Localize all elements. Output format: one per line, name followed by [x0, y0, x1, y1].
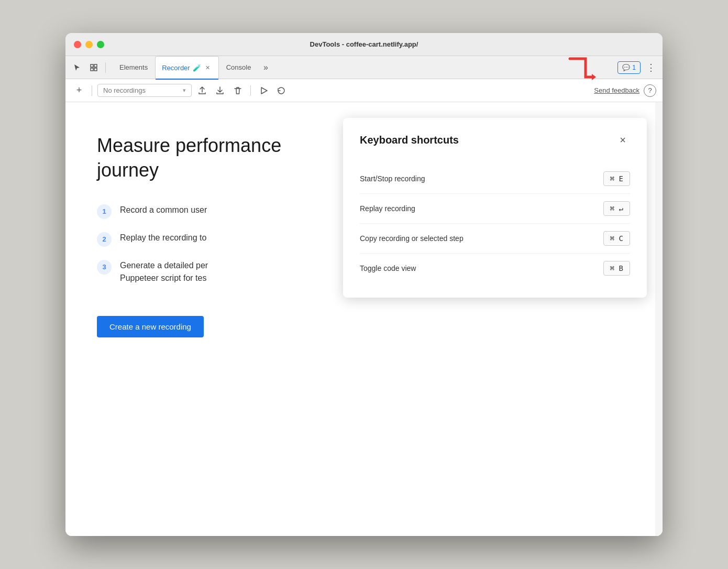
- import-icon: [215, 86, 225, 95]
- tab-divider: [105, 62, 106, 73]
- shortcut-key-1: ⌘ E: [603, 171, 630, 186]
- title-bar: DevTools - coffee-cart.netlify.app/: [65, 33, 663, 56]
- shortcuts-modal: Keyboard shortcuts × Start/Stop recordin…: [343, 118, 647, 298]
- more-options-icon: ⋮: [646, 62, 656, 73]
- shortcut-key-4: ⌘ B: [603, 261, 630, 276]
- modal-close-button[interactable]: ×: [615, 133, 630, 147]
- shortcut-key-3: ⌘ C: [603, 231, 630, 246]
- minimize-button[interactable]: [85, 41, 93, 48]
- send-feedback-link[interactable]: Send feedback: [594, 86, 639, 94]
- svg-rect-3: [94, 68, 97, 71]
- help-button[interactable]: ?: [644, 84, 656, 97]
- shortcut-label-1: Start/Stop recording: [360, 174, 425, 183]
- replay-icon: [277, 86, 286, 95]
- svg-rect-0: [91, 64, 93, 67]
- traffic-lights: [74, 41, 104, 48]
- tab-overflow-icon: »: [263, 63, 268, 72]
- tab-bar-right: 💬 1 ⋮: [617, 60, 658, 75]
- devtools-window: DevTools - coffee-cart.netlify.app/ Elem…: [65, 33, 663, 536]
- step-text-2: Replay the recording to: [120, 232, 206, 244]
- help-icon: ?: [648, 86, 652, 94]
- tab-overflow-button[interactable]: »: [258, 60, 273, 75]
- tab-elements-label: Elements: [119, 63, 148, 71]
- inspect-icon[interactable]: [86, 60, 101, 75]
- tab-recorder[interactable]: Recorder 🧪 ✕: [155, 56, 218, 79]
- close-button[interactable]: [74, 41, 81, 48]
- step-number-2: 2: [97, 232, 112, 247]
- tab-bar-tools: [70, 60, 108, 75]
- toolbar-right: Send feedback ?: [594, 84, 656, 97]
- shortcut-row-1: Start/Stop recording ⌘ E: [360, 164, 630, 194]
- toolbar: + No recordings ▾: [65, 79, 663, 102]
- shortcut-label-2: Replay recording: [360, 204, 415, 213]
- play-icon: [259, 86, 268, 95]
- toolbar-divider-2: [250, 85, 251, 96]
- export-icon: [197, 86, 207, 95]
- svg-rect-2: [91, 68, 93, 71]
- delete-icon: [233, 86, 242, 95]
- shortcut-label-3: Copy recording or selected step: [360, 234, 464, 243]
- step-number-3: 3: [97, 260, 112, 275]
- shortcut-row-4: Toggle code view ⌘ B: [360, 254, 630, 283]
- maximize-button[interactable]: [97, 41, 104, 48]
- scrollbar[interactable]: [655, 102, 663, 536]
- export-button[interactable]: [195, 83, 209, 98]
- no-recordings-label: No recordings: [103, 86, 146, 94]
- shortcut-row-3: Copy recording or selected step ⌘ C: [360, 224, 630, 254]
- tab-elements[interactable]: Elements: [113, 56, 154, 79]
- modal-title: Keyboard shortcuts: [360, 134, 459, 146]
- toolbar-divider-1: [92, 85, 92, 96]
- notification-icon: 💬: [622, 64, 630, 71]
- shortcut-key-2: ⌘ ↵: [603, 201, 630, 216]
- tab-recorder-close[interactable]: ✕: [204, 63, 212, 72]
- modal-header: Keyboard shortcuts ×: [360, 133, 630, 147]
- tab-console-label: Console: [226, 63, 251, 71]
- create-recording-button[interactable]: Create a new recording: [97, 316, 204, 337]
- replay-button[interactable]: [274, 83, 289, 98]
- add-icon: +: [76, 85, 82, 96]
- step-text-3: Generate a detailed perPuppeteer script …: [120, 259, 208, 284]
- chevron-down-icon: ▾: [183, 87, 186, 94]
- tab-recorder-label: Recorder: [162, 64, 190, 72]
- cursor-icon[interactable]: [70, 60, 84, 75]
- more-options-button[interactable]: ⋮: [644, 60, 658, 75]
- add-recording-button[interactable]: +: [72, 83, 86, 98]
- svg-rect-1: [94, 64, 97, 67]
- tab-bar: Elements Recorder 🧪 ✕ Console » 💬 1: [65, 56, 663, 79]
- notification-button[interactable]: 💬 1: [617, 61, 641, 74]
- window-title: DevTools - coffee-cart.netlify.app/: [310, 40, 418, 48]
- recording-select[interactable]: No recordings ▾: [97, 84, 192, 97]
- tab-console[interactable]: Console: [220, 56, 258, 79]
- notification-count: 1: [632, 64, 636, 71]
- shortcut-label-4: Toggle code view: [360, 264, 416, 272]
- recorder-flask-icon: 🧪: [193, 64, 201, 72]
- main-content: Measure performance journey 1 Record a c…: [65, 102, 663, 536]
- step-text-1: Record a common user: [120, 204, 207, 216]
- play-button[interactable]: [256, 83, 271, 98]
- step-number-1: 1: [97, 204, 112, 219]
- delete-button[interactable]: [230, 83, 245, 98]
- import-button[interactable]: [213, 83, 227, 98]
- shortcut-row-2: Replay recording ⌘ ↵: [360, 194, 630, 224]
